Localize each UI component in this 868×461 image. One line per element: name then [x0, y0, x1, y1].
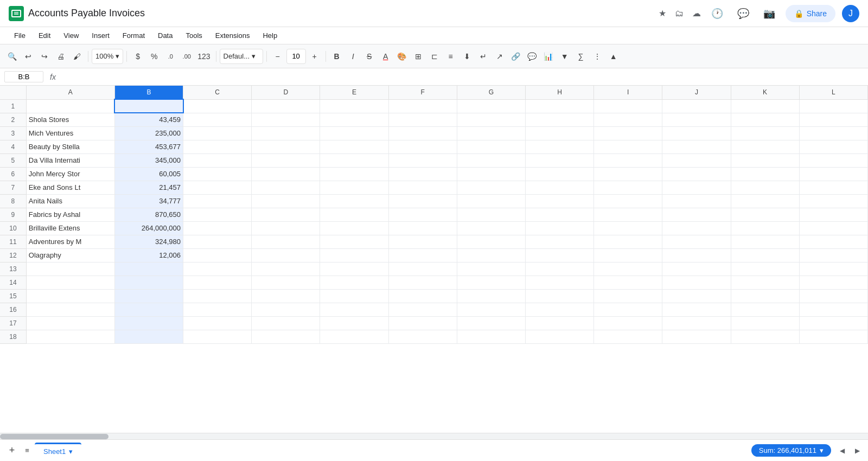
- cell-i4[interactable]: [594, 140, 662, 153]
- cloud-icon[interactable]: ☁: [690, 6, 703, 21]
- col-header-k[interactable]: K: [731, 86, 799, 99]
- cell-d2[interactable]: [252, 113, 320, 126]
- cell-d1[interactable]: [252, 99, 320, 113]
- cell-j5[interactable]: [662, 153, 731, 167]
- cell-a5[interactable]: Da Villa Internati: [26, 153, 114, 167]
- undo-icon[interactable]: ↩: [21, 49, 36, 64]
- cell-k4[interactable]: [731, 140, 799, 153]
- cell-l2[interactable]: [799, 113, 867, 126]
- cell-k9[interactable]: [731, 208, 799, 221]
- wrap-btn[interactable]: ↵: [476, 49, 491, 64]
- cell-d9[interactable]: [252, 208, 320, 221]
- add-sheet-button[interactable]: +: [4, 443, 20, 458]
- decimal-more-btn[interactable]: .00: [179, 49, 194, 64]
- cell-e7[interactable]: [320, 181, 388, 194]
- cell-h10[interactable]: [525, 221, 593, 235]
- number-format-btn[interactable]: 123: [195, 49, 212, 64]
- col-header-h[interactable]: H: [525, 86, 593, 99]
- user-avatar[interactable]: J: [842, 5, 859, 22]
- cell-h6[interactable]: [525, 167, 593, 181]
- cell-a16[interactable]: [26, 303, 114, 316]
- cell-f18[interactable]: [388, 330, 457, 343]
- cell-g3[interactable]: [457, 126, 525, 140]
- font-size-increase[interactable]: +: [307, 49, 322, 64]
- cell-e17[interactable]: [320, 316, 388, 330]
- cell-i9[interactable]: [594, 208, 662, 221]
- cell-e16[interactable]: [320, 303, 388, 316]
- cell-l13[interactable]: [799, 262, 867, 276]
- cell-j8[interactable]: [662, 194, 731, 208]
- cell-d13[interactable]: [252, 262, 320, 276]
- col-header-c[interactable]: C: [183, 86, 252, 99]
- cell-g9[interactable]: [457, 208, 525, 221]
- cell-a12[interactable]: Olagraphy: [26, 248, 114, 262]
- cell-b6[interactable]: 60,005: [114, 167, 183, 181]
- cell-c6[interactable]: [183, 167, 252, 181]
- cell-i8[interactable]: [594, 194, 662, 208]
- cell-l1[interactable]: [799, 99, 867, 113]
- cell-g6[interactable]: [457, 167, 525, 181]
- cell-j4[interactable]: [662, 140, 731, 153]
- cell-f3[interactable]: [388, 126, 457, 140]
- cell-b2[interactable]: 43,459: [114, 113, 183, 126]
- cell-g5[interactable]: [457, 153, 525, 167]
- cell-a18[interactable]: [26, 330, 114, 343]
- cell-b9[interactable]: 870,650: [114, 208, 183, 221]
- cell-c8[interactable]: [183, 194, 252, 208]
- cell-b7[interactable]: 21,457: [114, 181, 183, 194]
- col-header-l[interactable]: L: [799, 86, 867, 99]
- cell-e13[interactable]: [320, 262, 388, 276]
- cell-k10[interactable]: [731, 221, 799, 235]
- history-icon[interactable]: 🕐: [707, 4, 727, 23]
- cell-g13[interactable]: [457, 262, 525, 276]
- menu-file[interactable]: File: [9, 29, 31, 42]
- cell-d17[interactable]: [252, 316, 320, 330]
- cell-j12[interactable]: [662, 248, 731, 262]
- cell-h1[interactable]: [525, 99, 593, 113]
- horizontal-scrollbar[interactable]: [0, 433, 868, 439]
- cell-l11[interactable]: [799, 235, 867, 248]
- cell-g2[interactable]: [457, 113, 525, 126]
- cell-c13[interactable]: [183, 262, 252, 276]
- italic-button[interactable]: I: [346, 49, 361, 64]
- menu-data[interactable]: Data: [152, 29, 178, 42]
- cell-c18[interactable]: [183, 330, 252, 343]
- cell-b16[interactable]: [114, 303, 183, 316]
- cell-l15[interactable]: [799, 289, 867, 303]
- cell-h18[interactable]: [525, 330, 593, 343]
- align-btn[interactable]: ≡: [443, 49, 458, 64]
- cell-d12[interactable]: [252, 248, 320, 262]
- cell-f4[interactable]: [388, 140, 457, 153]
- collapse-btn[interactable]: ▲: [606, 49, 621, 64]
- menu-view[interactable]: View: [58, 29, 84, 42]
- meet-icon[interactable]: 📷: [760, 4, 779, 23]
- cell-a4[interactable]: Beauty by Stella: [26, 140, 114, 153]
- cell-h14[interactable]: [525, 276, 593, 289]
- cell-l9[interactable]: [799, 208, 867, 221]
- decimal-less-btn[interactable]: .0: [163, 49, 178, 64]
- spreadsheet-container[interactable]: A B C D E F G H I J K L 12Shola Stores43…: [0, 86, 868, 433]
- cell-c16[interactable]: [183, 303, 252, 316]
- col-header-e[interactable]: E: [320, 86, 388, 99]
- cell-g4[interactable]: [457, 140, 525, 153]
- cell-j1[interactable]: [662, 99, 731, 113]
- borders-btn[interactable]: ⊞: [411, 49, 426, 64]
- cell-f12[interactable]: [388, 248, 457, 262]
- bold-button[interactable]: B: [329, 49, 344, 64]
- cell-k8[interactable]: [731, 194, 799, 208]
- col-header-a[interactable]: A: [26, 86, 114, 99]
- cell-l12[interactable]: [799, 248, 867, 262]
- cell-e2[interactable]: [320, 113, 388, 126]
- cell-i10[interactable]: [594, 221, 662, 235]
- cell-b15[interactable]: [114, 289, 183, 303]
- cell-i1[interactable]: [594, 99, 662, 113]
- cell-k5[interactable]: [731, 153, 799, 167]
- search-icon[interactable]: 🔍: [4, 49, 20, 64]
- cell-g8[interactable]: [457, 194, 525, 208]
- cell-c5[interactable]: [183, 153, 252, 167]
- cell-i7[interactable]: [594, 181, 662, 194]
- cell-b12[interactable]: 12,006: [114, 248, 183, 262]
- cell-a1[interactable]: [26, 99, 114, 113]
- cell-d3[interactable]: [252, 126, 320, 140]
- cell-c9[interactable]: [183, 208, 252, 221]
